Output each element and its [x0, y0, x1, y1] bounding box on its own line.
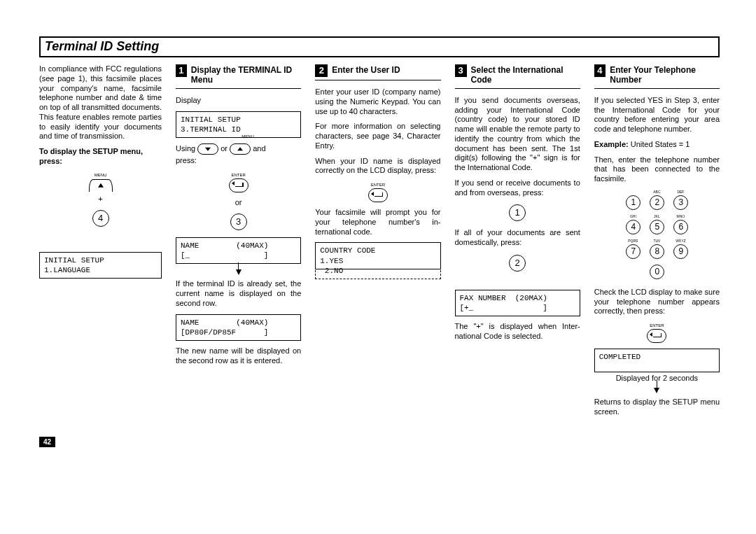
- step3-p3: If all of your documents are sent domest…: [455, 228, 580, 248]
- keypad-7: 7: [626, 244, 640, 259]
- or-text: or: [176, 198, 301, 206]
- key-4-icon: 4: [92, 210, 109, 227]
- press-word: press:: [176, 156, 301, 166]
- step-4-column: 4 Enter Your Telephone Number If you sel…: [594, 64, 720, 423]
- lcd-fax-number: FAX NUMBER (20MAX) [+_ ]: [455, 290, 580, 317]
- display-label: Display: [176, 96, 301, 106]
- lcd-completed: COMPLETED: [594, 349, 720, 372]
- keypad-8: 8: [650, 244, 664, 259]
- plus-sign: +: [39, 195, 162, 203]
- step3-p4: The "+" is displayed when Inter­national…: [455, 322, 580, 342]
- step-1-header: 1 Display the TERMINAL ID Menu: [176, 64, 301, 89]
- lcd-name-preset: NAME (40MAX) [DP80F/DP85F ]: [176, 314, 301, 342]
- columns: In compliance with FCC regula­tions (see…: [39, 64, 720, 423]
- keypad-3: 3: [673, 195, 688, 210]
- enter-key-icon: ENTER: [229, 178, 248, 192]
- step-1-badge: 1: [176, 64, 187, 77]
- setup-instruction: To display the SETUP menu, press:: [39, 147, 162, 167]
- step4-p4: Returns to display the SETUP menu screen…: [594, 398, 720, 417]
- down-arrow-icon: [236, 269, 241, 275]
- keypad-9: 9: [673, 244, 688, 259]
- page-number-footer: 42: [39, 423, 720, 447]
- menu-button-graphic: MENU: [39, 172, 162, 192]
- key-2-icon: 2: [509, 255, 526, 272]
- key-1-icon: 1: [509, 204, 526, 221]
- step-3-badge: 3: [455, 64, 467, 77]
- manual-page: Terminal ID Setting In compliance with F…: [0, 0, 756, 534]
- step-2-column: 2 Enter the User ID Enter your user ID (…: [315, 64, 440, 423]
- down-arrow-icon: [654, 388, 659, 393]
- keypad-1: 1: [626, 195, 640, 210]
- menu-sublabel: MENU: [241, 134, 254, 140]
- keypad-2: 2: [650, 195, 664, 210]
- using-line: Using or MENU and: [176, 143, 301, 155]
- example-line: Example: United States = 1: [594, 140, 720, 150]
- step-2-title: Enter the User ID: [332, 64, 400, 75]
- key-3-icon: 3: [230, 213, 247, 230]
- step3-p2: If you send or receive docu­ments to and…: [455, 178, 580, 198]
- menu-key-icon: MENU: [89, 179, 113, 192]
- page-title: Terminal ID Setting: [45, 39, 159, 53]
- lcd-initial-setup-language: INITIAL SETUP 1.LANGUAGE: [39, 252, 162, 279]
- step2-p3: When your ID name is displayed correctly…: [315, 157, 440, 176]
- keypad-4: 4: [626, 220, 640, 234]
- lcd-terminal-id: INITIAL SETUP 3.TERMINAL ID: [176, 111, 301, 139]
- intro-column: In compliance with FCC regula­tions (see…: [39, 64, 162, 423]
- keypad-0: 0: [650, 265, 664, 279]
- arrow-down-icon: [197, 143, 218, 155]
- step4-p1: If you selected YES in Step 3, enter the…: [594, 96, 720, 134]
- keypad-5: 5: [650, 220, 664, 234]
- step-2-badge: 2: [315, 64, 328, 77]
- enter-key-icon: ENTER: [368, 188, 388, 202]
- lcd-country-code-no: 2.NO: [315, 263, 440, 279]
- step-4-title: Enter Your Telephone Number: [610, 64, 720, 85]
- keypad-6: 6: [673, 220, 688, 234]
- step-3-column: 3 Select the International Code If you s…: [455, 64, 580, 423]
- step-3-header: 3 Select the International Code: [455, 64, 580, 89]
- step2-p2: For more information on select­ing chara…: [315, 122, 440, 150]
- step2-p1: Enter your user ID (company name) using …: [315, 87, 440, 116]
- step-3-title: Select the International Code: [471, 64, 580, 85]
- arrow-up-icon: [230, 143, 251, 155]
- step1-note1: If the terminal ID is already set, the c…: [176, 279, 301, 308]
- step4-p3: Check the LCD display to make sure your …: [594, 288, 720, 316]
- step1-note2: The new name will be displayed on the se…: [176, 346, 301, 366]
- step-1-title: Display the TERMINAL ID Menu: [191, 64, 301, 85]
- page-title-box: Terminal ID Setting: [39, 36, 720, 57]
- enter-key-icon: ENTER: [647, 329, 666, 343]
- step4-p2: Then, enter the telephone num­ber that h…: [594, 155, 720, 184]
- step-2-header: 2 Enter the User ID: [315, 64, 440, 80]
- step2-p4: Your facsimile will prompt you for your …: [315, 208, 440, 237]
- step3-p1: If you send documents over­seas, adding …: [455, 96, 580, 173]
- lcd-name-blank: NAME (40MAX) [_ ]: [176, 237, 301, 265]
- step-4-header: 4 Enter Your Telephone Number: [594, 64, 720, 89]
- step-4-badge: 4: [594, 64, 606, 77]
- step-1-column: 1 Display the TERMINAL ID Menu Display I…: [176, 64, 301, 423]
- numeric-keypad: ABCDEF 1 2 3 GHIJKLMNO 4 5 6 PQRSTUVWXYZ…: [594, 190, 720, 281]
- intro-text: In compliance with FCC regula­tions (see…: [39, 64, 162, 141]
- page-number: 42: [39, 437, 55, 447]
